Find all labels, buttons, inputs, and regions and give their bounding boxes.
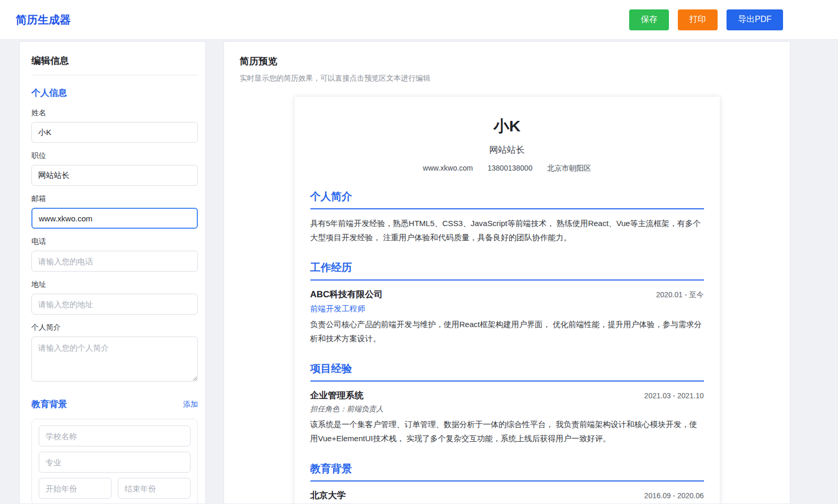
education-date[interactable]: 2016.09 - 2020.06 <box>644 491 704 500</box>
email-label: 邮箱 <box>31 194 198 204</box>
school-name-input[interactable] <box>39 425 191 446</box>
position-label: 职位 <box>31 151 198 161</box>
print-button[interactable]: 打印 <box>678 9 718 30</box>
work-item: ABC科技有限公司 2020.01 - 至今 前端开发工程师 负责公司核心产品的… <box>310 288 704 345</box>
resume-job-title[interactable]: 网站站长 <box>310 144 704 156</box>
work-description[interactable]: 负责公司核心产品的前端开发与维护，使用React框架构建用户界面， 优化前端性能… <box>310 317 704 345</box>
work-role[interactable]: 前端开发工程师 <box>310 304 704 314</box>
resume-website[interactable]: www.xkwo.com <box>423 164 473 173</box>
app-title: 简历生成器 <box>16 13 71 27</box>
topbar-actions: 保存 打印 导出PDF <box>629 9 783 30</box>
position-field-group: 职位 <box>31 151 198 186</box>
resume-project-title: 项目经验 <box>310 362 704 382</box>
resume-contact-row: www.xkwo.com 13800138000 北京市朝阳区 <box>310 164 704 173</box>
summary-textarea[interactable] <box>31 337 198 382</box>
resume-education-title: 教育背景 <box>310 462 704 481</box>
add-education-link[interactable]: 添加 <box>183 400 198 409</box>
education-school[interactable]: 北京大学 <box>310 489 346 501</box>
education-item-head: 北京大学 2016.09 - 2020.06 <box>310 489 704 501</box>
education-entry-card <box>31 419 198 504</box>
topbar: 简历生成器 保存 打印 导出PDF <box>0 0 838 40</box>
name-label: 姓名 <box>31 108 198 118</box>
major-input[interactable] <box>39 452 191 473</box>
start-year-input[interactable] <box>39 478 111 499</box>
resume-paper: 小K 网站站长 www.xkwo.com 13800138000 北京市朝阳区 … <box>295 97 720 504</box>
resume-work-title: 工作经历 <box>310 261 704 281</box>
preview-subtitle: 实时显示您的简历效果，可以直接点击预览区文本进行编辑 <box>240 74 774 83</box>
resume-phone[interactable]: 13800138000 <box>488 164 533 173</box>
address-field-group: 地址 <box>31 280 198 315</box>
work-item-head: ABC科技有限公司 2020.01 - 至今 <box>310 288 704 300</box>
resume-summary-section: 个人简介 具有5年前端开发经验，熟悉HTML5、CSS3、JavaScript等… <box>310 189 704 244</box>
workspace: 编辑信息 个人信息 姓名 职位 邮箱 电话 地址 个人简介 教育背景 <box>0 40 838 504</box>
resume-education-section: 教育背景 北京大学 2016.09 - 2020.06 计算机科学与技术 - 本… <box>310 462 704 504</box>
work-company[interactable]: ABC科技有限公司 <box>310 288 383 300</box>
work-date[interactable]: 2020.01 - 至今 <box>656 290 703 300</box>
education-item: 北京大学 2016.09 - 2020.06 计算机科学与技术 - 本科 <box>310 489 704 504</box>
end-year-input[interactable] <box>118 478 191 499</box>
summary-label: 个人简介 <box>31 323 198 332</box>
resume-summary-title: 个人简介 <box>310 189 704 209</box>
preview-panel: 简历预览 实时显示您的简历效果，可以直接点击预览区文本进行编辑 小K 网站站长 … <box>224 41 790 504</box>
education-section-row: 教育背景 添加 <box>31 398 198 410</box>
address-label: 地址 <box>31 280 198 289</box>
editor-panel: 编辑信息 个人信息 姓名 职位 邮箱 电话 地址 个人简介 教育背景 <box>19 41 206 504</box>
project-name[interactable]: 企业管理系统 <box>310 389 364 401</box>
resume-header: 小K 网站站长 www.xkwo.com 13800138000 北京市朝阳区 <box>310 116 704 173</box>
year-row <box>39 478 191 499</box>
personal-info-heading: 个人信息 <box>31 87 198 99</box>
project-item-head: 企业管理系统 2021.03 - 2021.10 <box>310 389 704 401</box>
resume-project-section: 项目经验 企业管理系统 2021.03 - 2021.10 担任角色：前端负责人… <box>310 362 704 445</box>
address-input[interactable] <box>31 294 198 315</box>
phone-input[interactable] <box>31 251 198 272</box>
resume-work-section: 工作经历 ABC科技有限公司 2020.01 - 至今 前端开发工程师 负责公司… <box>310 261 704 345</box>
resume-summary-text[interactable]: 具有5年前端开发经验，熟悉HTML5、CSS3、JavaScript等前端技术，… <box>310 216 704 244</box>
email-field-group: 邮箱 <box>31 194 198 229</box>
project-description[interactable]: 该系统是一个集客户管理、订单管理、数据分析于一体的综合性平台， 我负责前端架构设… <box>310 417 704 445</box>
name-field-group: 姓名 <box>31 108 198 143</box>
education-heading: 教育背景 <box>31 398 67 410</box>
phone-field-group: 电话 <box>31 237 198 272</box>
project-role[interactable]: 担任角色：前端负责人 <box>310 405 704 414</box>
project-item: 企业管理系统 2021.03 - 2021.10 担任角色：前端负责人 该系统是… <box>310 389 704 445</box>
resume-name[interactable]: 小K <box>310 116 704 137</box>
editor-title: 编辑信息 <box>31 54 198 75</box>
save-button[interactable]: 保存 <box>629 9 669 30</box>
name-input[interactable] <box>31 122 198 143</box>
export-pdf-button[interactable]: 导出PDF <box>727 9 783 30</box>
email-input[interactable] <box>31 208 198 229</box>
phone-label: 电话 <box>31 237 198 247</box>
project-date[interactable]: 2021.03 - 2021.10 <box>644 391 704 400</box>
summary-field-group: 个人简介 <box>31 323 198 384</box>
preview-title: 简历预览 <box>240 55 774 68</box>
position-input[interactable] <box>31 165 198 186</box>
resume-address[interactable]: 北京市朝阳区 <box>547 164 591 173</box>
